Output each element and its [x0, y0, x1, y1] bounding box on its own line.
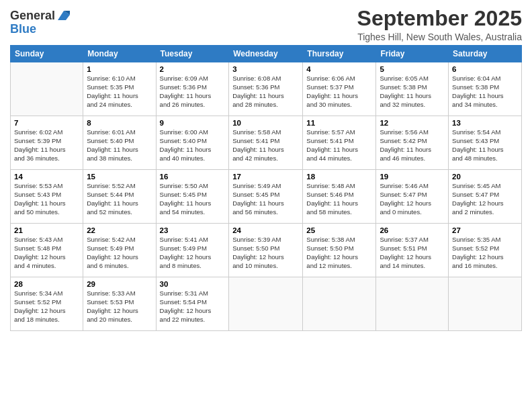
title-block: September 2025 Tighes Hill, New South Wa…: [357, 7, 522, 42]
calendar-cell: 15Sunrise: 5:52 AM Sunset: 5:44 PM Dayli…: [83, 170, 156, 224]
calendar-cell: 10Sunrise: 5:58 AM Sunset: 5:41 PM Dayli…: [229, 116, 303, 170]
calendar-cell: 3Sunrise: 6:08 AM Sunset: 5:36 PM Daylig…: [229, 62, 303, 116]
day-info: Sunrise: 6:09 AM Sunset: 5:36 PM Dayligh…: [160, 75, 226, 109]
day-info: Sunrise: 6:06 AM Sunset: 5:37 PM Dayligh…: [306, 75, 372, 109]
day-number: 23: [160, 226, 226, 234]
day-number: 29: [87, 280, 152, 288]
calendar-cell: 4Sunrise: 6:06 AM Sunset: 5:37 PM Daylig…: [303, 62, 376, 116]
calendar-cell: 25Sunrise: 5:38 AM Sunset: 5:50 PM Dayli…: [303, 224, 376, 277]
day-number: 11: [306, 119, 372, 127]
calendar-cell: 22Sunrise: 5:42 AM Sunset: 5:49 PM Dayli…: [83, 224, 156, 277]
calendar-week-5: 28Sunrise: 5:34 AM Sunset: 5:52 PM Dayli…: [11, 277, 522, 331]
header-row: General Blue September 2025 Tighes Hill,…: [10, 7, 522, 42]
col-monday: Monday: [83, 46, 156, 62]
calendar-cell: 28Sunrise: 5:34 AM Sunset: 5:52 PM Dayli…: [11, 277, 83, 331]
calendar-body: 1Sunrise: 6:10 AM Sunset: 5:35 PM Daylig…: [11, 62, 522, 331]
calendar-cell: [229, 277, 303, 331]
calendar-cell: 13Sunrise: 5:54 AM Sunset: 5:43 PM Dayli…: [449, 116, 522, 170]
day-info: Sunrise: 5:58 AM Sunset: 5:41 PM Dayligh…: [232, 128, 299, 163]
day-info: Sunrise: 6:00 AM Sunset: 5:40 PM Dayligh…: [160, 128, 226, 163]
day-info: Sunrise: 5:50 AM Sunset: 5:45 PM Dayligh…: [160, 182, 226, 216]
calendar-cell: 30Sunrise: 5:31 AM Sunset: 5:54 PM Dayli…: [156, 277, 229, 331]
calendar-table: Sunday Monday Tuesday Wednesday Thursday…: [10, 45, 522, 331]
day-number: 1: [87, 65, 152, 73]
logo-icon: [56, 8, 71, 23]
day-number: 25: [306, 226, 372, 234]
calendar-cell: 27Sunrise: 5:35 AM Sunset: 5:52 PM Dayli…: [449, 224, 522, 277]
logo: General Blue: [10, 9, 71, 36]
day-number: 27: [452, 226, 518, 234]
day-info: Sunrise: 6:04 AM Sunset: 5:38 PM Dayligh…: [452, 75, 518, 109]
calendar-week-3: 14Sunrise: 5:53 AM Sunset: 5:43 PM Dayli…: [11, 170, 522, 224]
calendar-week-1: 1Sunrise: 6:10 AM Sunset: 5:35 PM Daylig…: [11, 62, 522, 116]
calendar-cell: 20Sunrise: 5:45 AM Sunset: 5:47 PM Dayli…: [449, 170, 522, 224]
location-title: Tighes Hill, New South Wales, Australia: [357, 32, 522, 42]
day-number: 5: [380, 65, 445, 73]
day-info: Sunrise: 5:52 AM Sunset: 5:44 PM Dayligh…: [87, 182, 152, 216]
day-info: Sunrise: 5:56 AM Sunset: 5:42 PM Dayligh…: [380, 128, 445, 163]
calendar-cell: [11, 62, 83, 116]
calendar-cell: 16Sunrise: 5:50 AM Sunset: 5:45 PM Dayli…: [156, 170, 229, 224]
day-number: 2: [160, 65, 226, 73]
day-info: Sunrise: 5:35 AM Sunset: 5:52 PM Dayligh…: [452, 236, 518, 270]
calendar-cell: 23Sunrise: 5:41 AM Sunset: 5:49 PM Dayli…: [156, 224, 229, 277]
calendar-cell: 14Sunrise: 5:53 AM Sunset: 5:43 PM Dayli…: [11, 170, 83, 224]
col-saturday: Saturday: [449, 46, 522, 62]
col-tuesday: Tuesday: [156, 46, 229, 62]
day-number: 22: [87, 226, 152, 234]
day-number: 19: [380, 173, 445, 181]
day-number: 14: [14, 173, 79, 181]
day-number: 4: [306, 65, 372, 73]
day-number: 12: [380, 119, 445, 127]
calendar-cell: 1Sunrise: 6:10 AM Sunset: 5:35 PM Daylig…: [83, 62, 156, 116]
day-info: Sunrise: 5:46 AM Sunset: 5:47 PM Dayligh…: [380, 182, 445, 216]
day-info: Sunrise: 5:49 AM Sunset: 5:45 PM Dayligh…: [232, 182, 299, 216]
col-sunday: Sunday: [11, 46, 83, 62]
logo-general: General: [10, 9, 55, 23]
col-wednesday: Wednesday: [229, 46, 303, 62]
day-number: 15: [87, 173, 152, 181]
day-number: 26: [380, 226, 445, 234]
day-info: Sunrise: 5:57 AM Sunset: 5:41 PM Dayligh…: [306, 128, 372, 163]
day-info: Sunrise: 6:01 AM Sunset: 5:40 PM Dayligh…: [87, 128, 152, 163]
header-row-days: Sunday Monday Tuesday Wednesday Thursday…: [11, 46, 522, 62]
day-info: Sunrise: 5:41 AM Sunset: 5:49 PM Dayligh…: [160, 236, 226, 270]
day-info: Sunrise: 5:45 AM Sunset: 5:47 PM Dayligh…: [452, 182, 518, 216]
col-thursday: Thursday: [303, 46, 376, 62]
month-title: September 2025: [357, 7, 522, 30]
day-number: 24: [232, 226, 299, 234]
calendar-cell: 19Sunrise: 5:46 AM Sunset: 5:47 PM Dayli…: [376, 170, 449, 224]
calendar-cell: 2Sunrise: 6:09 AM Sunset: 5:36 PM Daylig…: [156, 62, 229, 116]
calendar-week-2: 7Sunrise: 6:02 AM Sunset: 5:39 PM Daylig…: [11, 116, 522, 170]
calendar-cell: 11Sunrise: 5:57 AM Sunset: 5:41 PM Dayli…: [303, 116, 376, 170]
calendar-cell: 24Sunrise: 5:39 AM Sunset: 5:50 PM Dayli…: [229, 224, 303, 277]
day-number: 16: [160, 173, 226, 181]
calendar-cell: [449, 277, 522, 331]
day-info: Sunrise: 5:33 AM Sunset: 5:53 PM Dayligh…: [87, 289, 152, 324]
day-info: Sunrise: 5:54 AM Sunset: 5:43 PM Dayligh…: [452, 128, 518, 163]
day-number: 21: [14, 226, 79, 234]
day-info: Sunrise: 6:10 AM Sunset: 5:35 PM Dayligh…: [87, 75, 152, 109]
calendar-week-4: 21Sunrise: 5:43 AM Sunset: 5:48 PM Dayli…: [11, 224, 522, 277]
page-container: General Blue September 2025 Tighes Hill,…: [0, 0, 532, 338]
calendar-cell: 29Sunrise: 5:33 AM Sunset: 5:53 PM Dayli…: [83, 277, 156, 331]
day-info: Sunrise: 5:39 AM Sunset: 5:50 PM Dayligh…: [232, 236, 299, 270]
day-info: Sunrise: 5:31 AM Sunset: 5:54 PM Dayligh…: [160, 289, 226, 324]
day-info: Sunrise: 5:43 AM Sunset: 5:48 PM Dayligh…: [14, 236, 79, 270]
col-friday: Friday: [376, 46, 449, 62]
day-number: 30: [160, 280, 226, 288]
day-info: Sunrise: 5:53 AM Sunset: 5:43 PM Dayligh…: [14, 182, 79, 216]
day-number: 3: [232, 65, 299, 73]
calendar-cell: [376, 277, 449, 331]
calendar-cell: 5Sunrise: 6:05 AM Sunset: 5:38 PM Daylig…: [376, 62, 449, 116]
day-info: Sunrise: 5:42 AM Sunset: 5:49 PM Dayligh…: [87, 236, 152, 270]
day-info: Sunrise: 5:37 AM Sunset: 5:51 PM Dayligh…: [380, 236, 445, 270]
day-number: 18: [306, 173, 372, 181]
calendar-cell: 7Sunrise: 6:02 AM Sunset: 5:39 PM Daylig…: [11, 116, 83, 170]
day-number: 10: [232, 119, 299, 127]
day-number: 20: [452, 173, 518, 181]
calendar-cell: 17Sunrise: 5:49 AM Sunset: 5:45 PM Dayli…: [229, 170, 303, 224]
logo-blue: Blue: [10, 22, 36, 36]
day-info: Sunrise: 6:02 AM Sunset: 5:39 PM Dayligh…: [14, 128, 79, 163]
calendar-cell: 6Sunrise: 6:04 AM Sunset: 5:38 PM Daylig…: [449, 62, 522, 116]
